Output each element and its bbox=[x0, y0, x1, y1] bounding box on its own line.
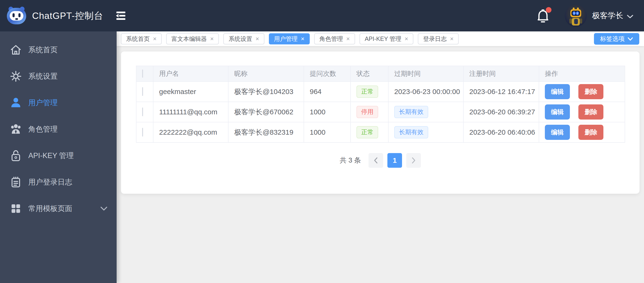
sidebar-item-label: 系统设置 bbox=[28, 71, 58, 81]
pagination-total: 共 3 条 bbox=[340, 156, 361, 165]
expire-badge: 长期有效 bbox=[394, 126, 428, 138]
app-title: ChatGPT-控制台 bbox=[32, 10, 103, 22]
sidebar-item-login-log[interactable]: 用户登录日志 bbox=[0, 170, 116, 194]
roles-icon bbox=[10, 123, 22, 136]
col-header-status: 状态 bbox=[350, 66, 388, 82]
sidebar-item-label: API-KEY 管理 bbox=[28, 151, 74, 161]
tab-system-settings[interactable]: 系统设置 × bbox=[223, 33, 264, 44]
tab-bar: 系统首页 × 富文本编辑器 × 系统设置 × 用户管理 × 角色管理 × API… bbox=[116, 32, 644, 46]
col-header-count: 提问次数 bbox=[304, 66, 350, 82]
tab-user-management[interactable]: 用户管理 × bbox=[269, 33, 310, 44]
user-icon bbox=[10, 96, 22, 109]
edit-button[interactable]: 编辑 bbox=[545, 104, 570, 120]
pagination-page-1[interactable]: 1 bbox=[388, 153, 402, 168]
cell-username: 2222222@qq.com bbox=[153, 122, 228, 142]
sidebar-item-system-settings[interactable]: 系统设置 bbox=[0, 64, 116, 89]
cell-nickname: 极客学长@832319 bbox=[228, 122, 304, 142]
col-header-registered: 注册时间 bbox=[464, 66, 539, 82]
table-header-row: 用户名 昵称 提问次数 状态 过期时间 注册时间 操作 bbox=[136, 66, 625, 82]
sidebar-item-user-management[interactable]: 用户管理 bbox=[0, 91, 116, 115]
row-checkbox[interactable] bbox=[142, 128, 143, 137]
pagination: 共 3 条 1 bbox=[136, 153, 625, 168]
cell-registered: 2023-06-20 06:39:27 bbox=[464, 102, 539, 122]
row-checkbox[interactable] bbox=[142, 87, 143, 96]
content-area: 用户名 昵称 提问次数 状态 过期时间 注册时间 操作 geekmaster 极… bbox=[116, 46, 644, 283]
delete-button[interactable]: 删除 bbox=[578, 104, 604, 120]
cell-count: 1000 bbox=[304, 102, 350, 122]
row-checkbox[interactable] bbox=[142, 108, 143, 116]
delete-button[interactable]: 删除 bbox=[578, 84, 604, 99]
expire-badge: 长期有效 bbox=[394, 106, 428, 118]
tab-api-key[interactable]: API-KEY 管理 × bbox=[360, 33, 413, 44]
cell-nickname: 极客学长@104203 bbox=[228, 82, 304, 102]
sidebar-item-label: 常用模板页面 bbox=[28, 204, 72, 213]
notification-dot bbox=[546, 7, 552, 13]
cell-registered: 2023-06-20 06:40:06 bbox=[464, 122, 539, 142]
chevron-right-icon bbox=[411, 157, 416, 164]
cell-username: geekmaster bbox=[153, 82, 228, 102]
col-header-nickname: 昵称 bbox=[228, 66, 304, 82]
col-header-actions: 操作 bbox=[539, 66, 625, 82]
robot-logo-icon bbox=[6, 6, 27, 26]
table-row: 2222222@qq.com 极客学长@832319 1000 正常 长期有效 … bbox=[136, 122, 625, 142]
avatar[interactable] bbox=[565, 5, 587, 27]
col-header-username: 用户名 bbox=[153, 66, 228, 82]
grid-icon bbox=[10, 202, 22, 215]
table-row: 11111111@qq.com 极客学长@670062 1000 停用 长期有效… bbox=[136, 102, 625, 122]
status-badge: 正常 bbox=[356, 86, 378, 98]
lock-icon bbox=[10, 149, 22, 162]
chevron-left-icon bbox=[373, 157, 378, 164]
tag-options-button[interactable]: 标签选项 bbox=[594, 33, 639, 45]
pagination-prev-button[interactable] bbox=[368, 153, 383, 168]
sidebar-item-system-home[interactable]: 系统首页 bbox=[0, 38, 116, 62]
sidebar-item-label: 用户登录日志 bbox=[28, 177, 72, 187]
close-icon[interactable]: × bbox=[404, 36, 408, 42]
user-table-card: 用户名 昵称 提问次数 状态 过期时间 注册时间 操作 geekmaster 极… bbox=[121, 52, 640, 194]
close-icon[interactable]: × bbox=[153, 36, 156, 42]
sidebar-item-role-management[interactable]: 角色管理 bbox=[0, 117, 116, 142]
cell-username: 11111111@qq.com bbox=[153, 102, 228, 122]
cell-nickname: 极客学长@670062 bbox=[228, 102, 304, 122]
sidebar-item-label: 角色管理 bbox=[28, 124, 58, 134]
sidebar-item-template-pages[interactable]: 常用模板页面 bbox=[0, 196, 116, 221]
close-icon[interactable]: × bbox=[301, 36, 304, 42]
cell-expire: 2023-06-23 00:00:00 bbox=[388, 82, 464, 102]
app-window: ChatGPT-控制台 bbox=[0, 0, 644, 283]
home-icon bbox=[10, 44, 22, 56]
cell-registered: 2023-06-12 16:47:17 bbox=[464, 82, 539, 102]
tab-role-management[interactable]: 角色管理 × bbox=[314, 33, 355, 44]
pagination-next-button[interactable] bbox=[406, 153, 421, 168]
cell-count: 1000 bbox=[304, 122, 350, 142]
close-icon[interactable]: × bbox=[346, 36, 350, 42]
sidebar-item-api-key[interactable]: API-KEY 管理 bbox=[0, 143, 116, 168]
tab-rich-text-editor[interactable]: 富文本编辑器 × bbox=[166, 33, 219, 44]
chevron-down-icon bbox=[100, 206, 108, 211]
status-badge: 停用 bbox=[356, 106, 378, 118]
notifications-button[interactable] bbox=[537, 9, 549, 23]
user-table: 用户名 昵称 提问次数 状态 过期时间 注册时间 操作 geekmaster 极… bbox=[136, 66, 625, 143]
menu-fold-icon[interactable] bbox=[114, 10, 128, 22]
tab-login-log[interactable]: 登录日志 × bbox=[418, 33, 459, 44]
cell-count: 964 bbox=[304, 82, 350, 102]
close-icon[interactable]: × bbox=[450, 36, 454, 42]
close-icon[interactable]: × bbox=[256, 36, 259, 42]
sidebar: 系统首页 系统设置 用户管理 bbox=[0, 32, 116, 283]
edit-button[interactable]: 编辑 bbox=[545, 84, 570, 99]
tab-system-home[interactable]: 系统首页 × bbox=[121, 33, 162, 44]
log-icon bbox=[10, 176, 22, 188]
gear-icon bbox=[10, 70, 22, 83]
status-badge: 正常 bbox=[356, 126, 378, 138]
edit-button[interactable]: 编辑 bbox=[545, 125, 570, 140]
close-icon[interactable]: × bbox=[210, 36, 214, 42]
select-all-checkbox[interactable] bbox=[142, 70, 143, 78]
top-header: ChatGPT-控制台 bbox=[0, 0, 644, 32]
delete-button[interactable]: 删除 bbox=[578, 125, 604, 140]
chevron-down-icon[interactable] bbox=[626, 14, 634, 19]
user-name[interactable]: 极客学长 bbox=[592, 11, 623, 21]
chevron-down-icon bbox=[628, 37, 633, 41]
table-row: geekmaster 极客学长@104203 964 正常 2023-06-23… bbox=[136, 82, 625, 102]
sidebar-item-label: 系统首页 bbox=[28, 45, 58, 55]
col-header-expire: 过期时间 bbox=[388, 66, 464, 82]
sidebar-item-label: 用户管理 bbox=[28, 98, 58, 108]
